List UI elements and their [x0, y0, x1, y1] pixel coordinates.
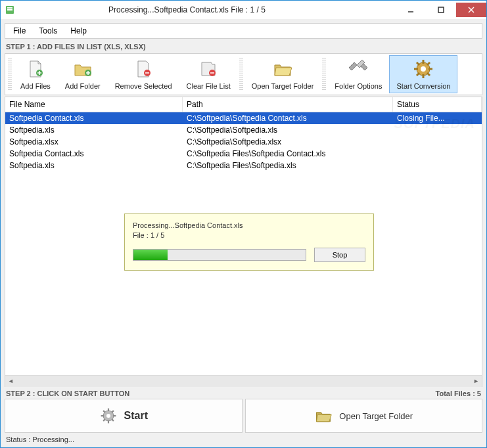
clear-list-button[interactable]: Clear File List	[179, 55, 238, 93]
svg-rect-2	[7, 9, 12, 11]
col-header-status[interactable]: Status	[393, 97, 482, 112]
watermark: SOFTPEDIA	[394, 116, 475, 131]
toolbar-grip[interactable]	[8, 58, 12, 91]
cell-name: Softpedia Contact.xls	[5, 148, 183, 159]
svg-line-30	[103, 419, 105, 421]
file-add-icon	[25, 58, 46, 79]
cell-name: Softpedia.xlsx	[5, 137, 183, 147]
svg-line-27	[103, 411, 105, 413]
cell-path: C:\Softpedia Files\Softpedia Contact.xls	[183, 148, 393, 159]
step1-label: STEP 1 : ADD FILES IN LIST (XLS, XLSX)	[5, 40, 482, 53]
svg-line-18	[427, 73, 430, 76]
file-remove-icon	[133, 58, 154, 79]
cell-path: C:\Softpedia\Softpedia.xlsx	[183, 137, 393, 147]
remove-selected-label: Remove Selected	[115, 82, 172, 90]
step2-row: STEP 2 : CLICK ON START BUTTON Total Fil…	[5, 387, 482, 399]
dialog-line1: Processing...Softpedia Contact.xls	[133, 221, 365, 231]
open-target-folder-button[interactable]: Open Target Folder	[244, 55, 321, 93]
clear-list-label: Clear File List	[187, 82, 231, 90]
clear-list-icon	[198, 58, 219, 79]
app-icon	[5, 5, 15, 15]
window-title: Processing...Softpedia Contact.xls File …	[18, 5, 396, 14]
table-row[interactable]: Softpedia.xlsxC:\Softpedia\Softpedia.xls…	[5, 136, 482, 148]
step2-label: STEP 2 : CLICK ON START BUTTON	[6, 390, 129, 397]
maximize-button[interactable]	[426, 3, 456, 17]
add-folder-label: Add Folder	[65, 82, 101, 90]
folder-add-icon	[72, 58, 93, 79]
cell-name: Softpedia Contact.xls	[5, 113, 183, 123]
scroll-right-arrow[interactable]: ►	[471, 376, 482, 387]
col-header-name[interactable]: File Name	[5, 97, 183, 112]
toolbar-grip-3[interactable]	[322, 58, 326, 91]
svg-rect-4	[438, 7, 444, 12]
window-controls	[396, 3, 486, 17]
minimize-button[interactable]	[396, 3, 426, 17]
svg-line-29	[112, 411, 114, 413]
gear-icon	[99, 407, 118, 425]
svg-point-12	[421, 66, 426, 72]
menu-tools[interactable]: Tools	[34, 25, 62, 37]
cell-path: C:\Softpedia Files\Softpedia.xls	[183, 160, 393, 171]
statusbar: Status : Processing...	[5, 433, 482, 443]
svg-rect-1	[7, 7, 12, 9]
start-conversion-button[interactable]: Start Conversion	[389, 55, 457, 93]
progress-dialog: Processing...Softpedia Contact.xls File …	[124, 213, 374, 271]
table-row[interactable]: Softpedia.xlsC:\Softpedia Files\Softpedi…	[5, 160, 482, 171]
progress-bar	[133, 249, 306, 261]
toolbar: Add Files Add Folder Remove Selected Cle…	[5, 53, 482, 95]
menu-file[interactable]: File	[8, 25, 31, 37]
dialog-controls: Stop	[133, 248, 365, 262]
scroll-left-arrow[interactable]: ◄	[5, 376, 16, 387]
cell-status	[393, 165, 482, 166]
close-button[interactable]	[456, 3, 486, 17]
start-button-label: Start	[124, 410, 148, 422]
add-files-label: Add Files	[20, 82, 51, 90]
menu-help[interactable]: Help	[65, 25, 92, 37]
svg-point-22	[106, 414, 110, 418]
svg-line-19	[427, 62, 430, 65]
dialog-line2: File : 1 / 5	[133, 231, 365, 240]
open-target-button-label: Open Target Folder	[339, 411, 413, 421]
open-target-button[interactable]: Open Target Folder	[245, 399, 483, 433]
cell-path: C:\Softpedia\Softpedia Contact.xls	[183, 113, 393, 123]
remove-selected-button[interactable]: Remove Selected	[108, 55, 179, 93]
svg-line-20	[417, 73, 419, 76]
table-header: File Name Path Status	[5, 97, 482, 112]
folder-open-icon	[314, 407, 333, 425]
cell-path: C:\Softpedia\Softpedia.xls	[183, 125, 393, 135]
cell-status	[393, 141, 482, 143]
cell-status	[393, 153, 482, 154]
menubar: File Tools Help	[5, 23, 482, 39]
total-files: Total Files : 5	[436, 390, 481, 397]
content-area: File Tools Help STEP 1 : ADD FILES IN LI…	[1, 19, 486, 447]
start-conversion-label: Start Conversion	[396, 82, 450, 90]
scroll-track[interactable]	[16, 376, 471, 387]
stop-button[interactable]: Stop	[314, 248, 365, 262]
table-row[interactable]: Softpedia Contact.xlsC:\Softpedia Files\…	[5, 148, 482, 160]
folder-options-label: Folder Options	[335, 82, 382, 90]
toolbar-grip-2[interactable]	[239, 58, 243, 91]
titlebar[interactable]: Processing...Softpedia Contact.xls File …	[1, 1, 486, 19]
cell-name: Softpedia.xls	[5, 125, 183, 135]
add-files-button[interactable]: Add Files	[13, 55, 58, 93]
dialog-text: Processing...Softpedia Contact.xls File …	[133, 221, 365, 241]
horizontal-scrollbar[interactable]: ◄ ►	[5, 375, 482, 386]
add-folder-button[interactable]: Add Folder	[58, 55, 108, 93]
col-header-path[interactable]: Path	[183, 97, 393, 112]
folder-options-button[interactable]: Folder Options	[327, 55, 389, 93]
start-button[interactable]: Start	[5, 399, 243, 433]
open-target-folder-label: Open Target Folder	[252, 82, 314, 90]
cell-name: Softpedia.xls	[5, 160, 183, 171]
svg-line-17	[417, 62, 419, 65]
gear-icon	[413, 58, 434, 79]
tools-icon	[348, 58, 369, 79]
progress-fill	[133, 250, 168, 260]
big-buttons: Start Open Target Folder	[5, 399, 482, 433]
app-window: Processing...Softpedia Contact.xls File …	[0, 0, 487, 448]
svg-line-28	[112, 419, 114, 421]
folder-open-icon	[272, 58, 293, 79]
